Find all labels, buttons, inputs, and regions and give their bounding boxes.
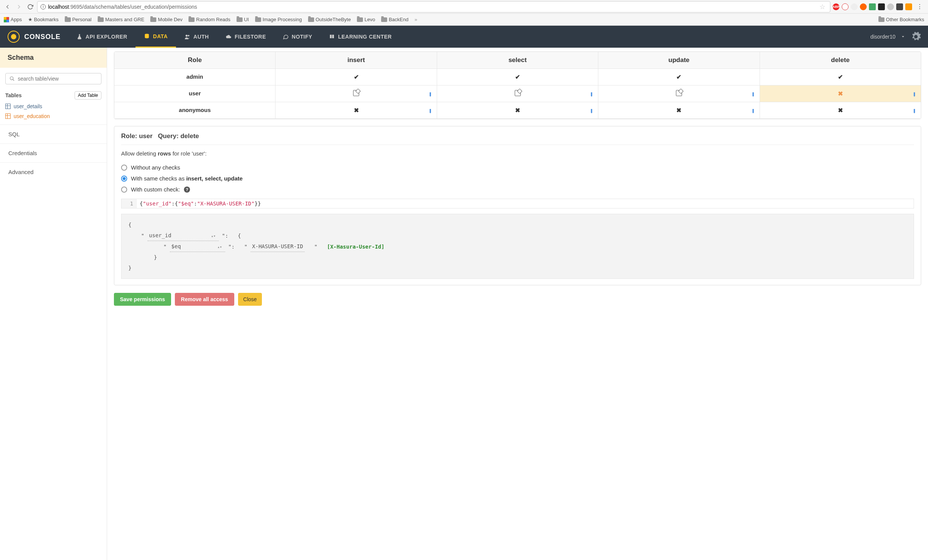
ext-icon-3[interactable] — [860, 3, 867, 10]
radio-icon — [121, 187, 127, 193]
ext-icon-1[interactable] — [842, 3, 849, 10]
field-select[interactable]: user_id ▴▾ — [148, 230, 219, 241]
folder-icon — [65, 17, 71, 22]
tab-auth[interactable]: AUTH — [176, 26, 217, 48]
flask-icon — [76, 34, 83, 40]
main-nav: API EXPLORER DATA AUTH FILESTORE NOTIFY … — [68, 26, 400, 48]
row-user: user ✖ — [114, 86, 921, 102]
ext-icon-6[interactable] — [896, 3, 903, 10]
bm-other[interactable]: Other Bookmarks — [878, 17, 924, 22]
bm-imgproc[interactable]: Image Processing — [255, 17, 302, 22]
bm-random[interactable]: Random Reads — [188, 17, 230, 22]
check-icon: ✔ — [515, 74, 520, 80]
table-user-education[interactable]: user_education — [5, 113, 101, 119]
check-icon: ✔ — [354, 74, 359, 80]
search-input[interactable] — [18, 76, 97, 82]
cell-user-delete[interactable]: ✖ — [760, 86, 921, 102]
bm-masters[interactable]: Masters and GRE — [98, 17, 144, 22]
action-buttons: Save permissions Remove all access Close — [114, 293, 921, 306]
col-update: update — [598, 52, 760, 69]
pencil-icon[interactable] — [911, 107, 918, 114]
svg-point-3 — [10, 77, 13, 80]
ext-icon-2[interactable] — [851, 3, 858, 10]
bm-personal[interactable]: Personal — [65, 17, 92, 22]
react-devtools-icon[interactable] — [878, 3, 885, 10]
forward-button[interactable] — [14, 2, 23, 11]
folder-icon — [188, 17, 195, 22]
tab-notify[interactable]: NOTIFY — [274, 26, 321, 48]
pencil-icon[interactable] — [911, 90, 918, 98]
table-icon — [5, 114, 11, 119]
tab-data[interactable]: DATA — [135, 26, 176, 48]
folder-icon — [237, 17, 243, 22]
pencil-icon[interactable] — [427, 107, 434, 114]
cell-anon-select[interactable]: ✖ — [437, 102, 598, 119]
cell-admin-insert: ✔ — [276, 69, 437, 86]
radio-no-checks[interactable]: Without any checks — [121, 162, 914, 173]
tab-api-explorer[interactable]: API EXPLORER — [68, 26, 135, 48]
edit-square-icon — [676, 90, 682, 96]
abp-icon[interactable]: ABP — [833, 3, 839, 10]
cell-user-update[interactable] — [598, 86, 760, 102]
browser-toolbar: i localhost:9695/data/schema/tables/user… — [0, 0, 928, 14]
sidebar-advanced[interactable]: Advanced — [0, 162, 107, 181]
code-content[interactable]: {"user_id":{"$eq":"X-HASURA-USER-ID"}} — [137, 199, 264, 208]
sidebar-sql[interactable]: SQL — [0, 124, 107, 143]
bm-ui[interactable]: UI — [237, 17, 249, 22]
radio-custom-check[interactable]: With custom check: ? — [121, 184, 914, 195]
bm-outside[interactable]: OutsideTheByte — [308, 17, 351, 22]
col-select: select — [437, 52, 598, 69]
bm-mobiledev[interactable]: Mobile Dev — [150, 17, 182, 22]
bm-overflow[interactable]: » — [414, 17, 417, 22]
user-menu[interactable]: disorder10 — [864, 31, 928, 42]
edit-square-icon — [515, 90, 521, 96]
sidebar-credentials[interactable]: Credentials — [0, 143, 107, 162]
value-input[interactable]: X-HASURA-USER-ID — [251, 241, 305, 252]
users-icon — [184, 34, 190, 40]
site-info-icon[interactable]: i — [40, 4, 46, 9]
add-table-button[interactable]: Add Table — [75, 91, 101, 100]
svg-point-1 — [185, 35, 187, 37]
cell-user-insert[interactable] — [276, 86, 437, 102]
tab-learning[interactable]: LEARNING CENTER — [321, 26, 400, 48]
gear-icon[interactable] — [911, 31, 921, 42]
pencil-icon[interactable] — [749, 107, 757, 114]
x-icon: ✖ — [676, 107, 681, 114]
radio-same-checks[interactable]: With same checks as insert, select, upda… — [121, 173, 914, 184]
help-icon[interactable]: ? — [184, 187, 190, 193]
table-user-details[interactable]: user_details — [5, 103, 101, 109]
close-button[interactable]: Close — [238, 293, 262, 306]
ext-icon-4[interactable] — [869, 3, 876, 10]
url-bar[interactable]: i localhost:9695/data/schema/tables/user… — [37, 1, 830, 12]
bm-levo[interactable]: Levo — [357, 17, 375, 22]
bookmark-star-icon[interactable]: ☆ — [819, 3, 825, 11]
back-button[interactable] — [3, 2, 12, 11]
code-editor[interactable]: 1 {"user_id":{"$eq":"X-HASURA-USER-ID"}} — [121, 199, 914, 208]
remove-button[interactable]: Remove all access — [175, 293, 234, 306]
pencil-icon[interactable] — [427, 90, 434, 98]
search-box[interactable] — [5, 73, 101, 84]
tab-filestore[interactable]: FILESTORE — [217, 26, 274, 48]
check-icon: ✔ — [676, 74, 681, 80]
operator-select[interactable]: $eq ▴▾ — [170, 241, 225, 252]
bm-backend[interactable]: BackEnd — [381, 17, 408, 22]
cell-user-select[interactable] — [437, 86, 598, 102]
reload-button[interactable] — [26, 2, 35, 11]
ext-icon-7[interactable] — [905, 3, 912, 10]
bm-bookmarks[interactable]: ★ Bookmarks — [28, 17, 59, 22]
cell-anon-delete[interactable]: ✖ — [760, 102, 921, 119]
pencil-icon[interactable] — [749, 90, 757, 98]
chat-icon — [283, 34, 289, 40]
row-admin: admin ✔ ✔ ✔ ✔ — [114, 69, 921, 86]
cell-anon-insert[interactable]: ✖ — [276, 102, 437, 119]
cell-anon-update[interactable]: ✖ — [598, 102, 760, 119]
chevron-down-icon — [901, 34, 905, 39]
chrome-menu-icon[interactable]: ⋮ — [914, 3, 925, 10]
url-text: localhost:9695/data/schema/tables/user_e… — [48, 4, 817, 10]
pencil-icon[interactable] — [588, 107, 595, 114]
ext-icon-5[interactable] — [887, 3, 894, 10]
pencil-icon[interactable] — [588, 90, 595, 98]
bm-apps[interactable]: Apps — [4, 17, 22, 22]
save-button[interactable]: Save permissions — [114, 293, 171, 306]
suggestion[interactable]: [X-Hasura-User-Id] — [327, 241, 385, 252]
